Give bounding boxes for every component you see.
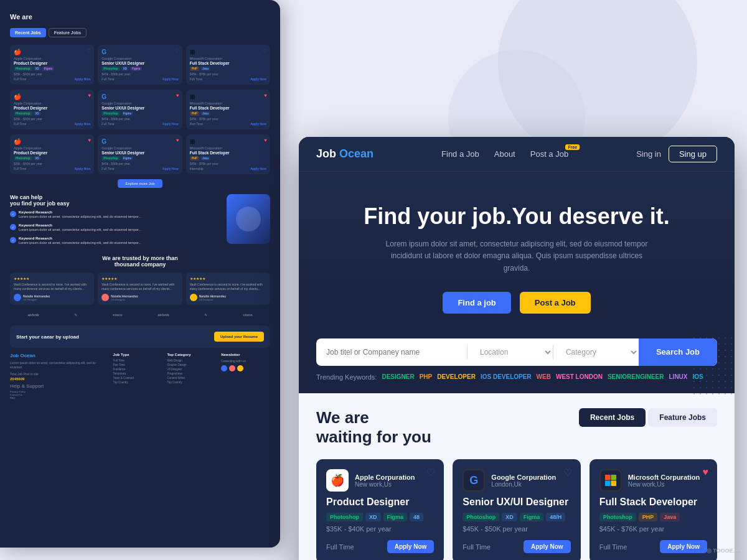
preview-help-title: We can helpyou find your job easy	[10, 194, 222, 207]
nav-signup-btn[interactable]: Sing up	[669, 146, 717, 162]
preview-upload-btn[interactable]: Upload your Resume	[214, 332, 264, 342]
reviewer-avatar-2	[101, 294, 109, 301]
pv-card-5: ♥ G Google Corporation Senior UX/UI Desi…	[98, 90, 182, 129]
hero-buttons: Find a job Post a Job	[316, 292, 717, 314]
nav-links: Find a Job About Post a Job Free	[441, 149, 568, 159]
search-bar: Location Category Search Job	[316, 338, 717, 366]
pv-heart-8[interactable]: ♥	[176, 138, 179, 143]
trending-keywords: Trending Keywords: DESIGNER PHP DEVELOPE…	[316, 373, 717, 381]
check-icon-2: ✓	[10, 224, 16, 230]
hero-section: Find your job.You deserve it. Lorem ipsu…	[299, 172, 735, 338]
trend-ios-developer[interactable]: IOS DEVELOPER	[481, 373, 532, 380]
free-badge: Free	[565, 144, 580, 150]
trending-label: Trending Keywords:	[316, 373, 377, 381]
check-icon-3: ✓	[10, 237, 16, 243]
trend-web[interactable]: WEB	[537, 373, 551, 380]
trend-ios[interactable]: IOS	[693, 373, 703, 380]
pv-heart-4[interactable]: ♥	[88, 93, 92, 98]
apply-btn-2[interactable]: Apply Now	[524, 540, 571, 553]
pv-heart-5[interactable]: ♥	[176, 93, 179, 98]
pv-card-3: ♡ ⊞ Microsoft Corporation Full Stack Dev…	[186, 45, 270, 85]
trend-php[interactable]: PHP	[420, 373, 433, 380]
nav-brand: Job Ocean	[316, 147, 374, 161]
jobs-section-title: We are waiting for you	[316, 408, 431, 447]
job-title-2: Senior UX/UI Designer	[463, 497, 570, 508]
pv-card-9: ♥ ⊞ Microsoft Corporation Full Stack Dev…	[186, 134, 270, 174]
search-job-btn[interactable]: Search Job	[639, 338, 717, 366]
job-heart-google[interactable]: ♡	[563, 467, 572, 478]
check-icon-1: ✓	[10, 211, 16, 217]
nav-find-job[interactable]: Find a Job	[441, 149, 479, 159]
find-job-btn[interactable]: Find a job	[443, 292, 510, 314]
main-ui-card: Job Ocean Find a Job About Post a Job Fr…	[299, 137, 735, 560]
review-card-2: ★★★★★ Vault Conference is second to none…	[98, 273, 182, 305]
preview-trusted-title: We are trusted by more thanthousand comp…	[10, 255, 270, 268]
job-tags-1: Photoshop XD Figma 48	[326, 513, 434, 521]
pv-heart-3[interactable]: ♡	[263, 48, 267, 54]
jobs-tab-row: Recent Jobs Feature Jobs	[579, 408, 717, 427]
job-location-1: New work,Us	[355, 481, 415, 488]
trend-west-london[interactable]: WEST LONDON	[556, 373, 603, 380]
preview-recent-jobs-btn[interactable]: Recent Jobs	[10, 28, 46, 37]
job-type-1: Full Time	[326, 543, 354, 551]
pv-heart-6[interactable]: ♥	[264, 93, 267, 98]
preview-title: We are	[10, 12, 270, 22]
google-logo: G	[463, 469, 485, 492]
job-company-1: Apple Corpuration	[355, 474, 415, 481]
search-location-select[interactable]: Location	[467, 338, 553, 366]
search-category-select[interactable]: Category	[553, 338, 639, 366]
preview-footer: Job Ocean Lorem ipsum dolor sit amet, co…	[10, 353, 270, 399]
pv-heart-7[interactable]: ♥	[88, 138, 92, 143]
job-salary-2: $45K - $50K per year	[463, 525, 570, 533]
job-location-2: London,Uk	[491, 481, 556, 488]
social-icon-2[interactable]	[229, 365, 235, 371]
hero-title: Find your job.You deserve it.	[316, 203, 717, 230]
apply-btn-3[interactable]: Apply Now	[660, 540, 707, 553]
watermark: ◎ TOOOE.....	[707, 548, 741, 554]
apple-logo: 🍎	[326, 469, 349, 492]
trend-designer[interactable]: DESIGNER	[382, 373, 414, 380]
ms-logo	[599, 469, 622, 492]
post-job-btn[interactable]: Post a Job	[520, 292, 591, 314]
job-card-apple: ♡ 🍎 Apple Corpuration New work,Us Produc…	[316, 459, 444, 560]
job-card-microsoft: ♥ Microsoft Corpuration New work,Us	[590, 459, 717, 560]
job-title-3: Full Stack Developer	[599, 497, 707, 508]
pv-card-2: ♡ G Google Corporation Senior UX/UI Desi…	[98, 45, 182, 85]
preview-upload-section: Start your caear by upload Upload your R…	[10, 325, 270, 348]
job-company-2: Google Corpuration	[491, 474, 556, 481]
social-icon-1[interactable]	[221, 365, 227, 371]
jobs-grid: ♡ 🍎 Apple Corpuration New work,Us Produc…	[316, 459, 717, 560]
nav-about[interactable]: About	[494, 149, 515, 159]
pv-card-1: ♡ 🍎 Apple Corporation Product Designer P…	[10, 45, 94, 85]
trend-linux[interactable]: LINUX	[669, 373, 688, 380]
svg-rect-0	[605, 475, 611, 480]
job-heart-microsoft[interactable]: ♥	[702, 467, 708, 478]
tab-recent-jobs[interactable]: Recent Jobs	[579, 408, 646, 427]
search-section: Location Category Search Job Trending Ke…	[299, 338, 735, 393]
jobs-section: We are waiting for you Recent Jobs Featu…	[299, 393, 735, 560]
nav-post-job[interactable]: Post a Job Free	[530, 149, 568, 159]
trend-senior-engineer[interactable]: SENIORENGINEER	[608, 373, 664, 380]
pv-card-8: ♥ G Google Corporation Senior UX/UI Desi…	[98, 134, 182, 174]
pv-card-4: ♥ 🍎 Apple Corporation Product Designer P…	[10, 90, 94, 129]
reviewer-avatar-3	[190, 294, 197, 301]
job-salary-3: $45K - $76K per year	[599, 525, 707, 533]
reviewer-avatar-1	[14, 294, 21, 301]
preview-graphic	[227, 194, 270, 244]
preview-feature-jobs-btn[interactable]: Feature Jobs	[49, 28, 87, 37]
nav-signin[interactable]: Sing in	[636, 149, 661, 159]
preview-explore-btn[interactable]: Explore more Job	[118, 179, 162, 188]
pv-heart-2[interactable]: ♡	[175, 48, 179, 54]
social-icon-3[interactable]	[237, 365, 243, 371]
apply-btn-1[interactable]: Apply Now	[387, 540, 435, 553]
pv-heart-9[interactable]: ♥	[264, 138, 267, 143]
pv-heart-1[interactable]: ♡	[87, 48, 91, 54]
job-heart-apple[interactable]: ♡	[426, 467, 435, 478]
tab-feature-jobs[interactable]: Feature Jobs	[648, 408, 717, 427]
svg-rect-3	[611, 481, 616, 487]
job-tags-2: Photoshop XD Figma 48/H	[463, 513, 570, 521]
search-job-input[interactable]	[316, 338, 467, 366]
nav-actions: Sing in Sing up	[636, 146, 717, 162]
preview-logos: airbnb ∿ cisco airbnb ∿ cisco	[10, 310, 270, 319]
trend-developer[interactable]: DEVELOPER	[437, 373, 476, 380]
